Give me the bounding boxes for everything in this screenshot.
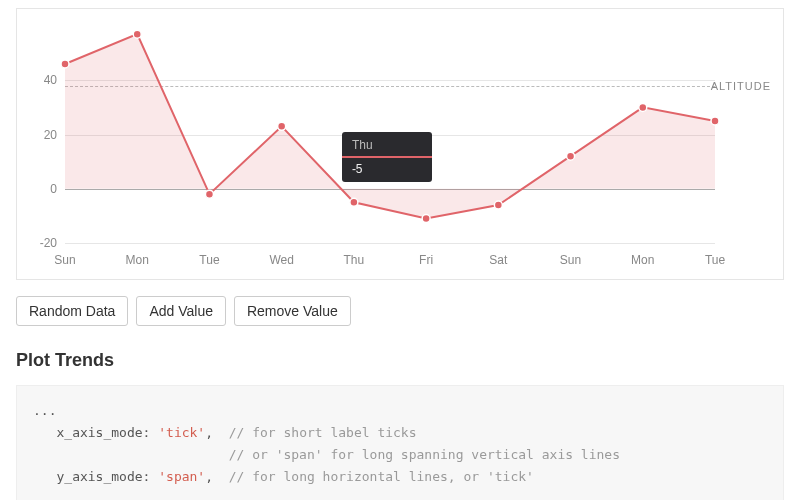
- code-block: ... x_axis_mode: 'tick', // for short la…: [16, 385, 784, 500]
- x-axis-tick: Wed: [269, 253, 293, 267]
- code-key: x_axis_mode:: [56, 425, 150, 440]
- x-axis-tick: Sun: [560, 253, 581, 267]
- marker-label: ALTITUDE: [711, 80, 771, 92]
- data-point[interactable]: [278, 122, 286, 130]
- data-point[interactable]: [350, 198, 358, 206]
- series-svg: [65, 26, 715, 243]
- chart-container: -2002040ALTITUDESunMonTueWedThuFriSatSun…: [16, 8, 784, 280]
- section-title: Plot Trends: [16, 350, 784, 371]
- y-axis-tick: -20: [21, 236, 57, 250]
- x-axis-tick: Tue: [705, 253, 725, 267]
- data-point[interactable]: [711, 117, 719, 125]
- random-data-button[interactable]: Random Data: [16, 296, 128, 326]
- data-point[interactable]: [494, 201, 502, 209]
- x-axis-tick: Sun: [54, 253, 75, 267]
- code-ellipsis: ...: [33, 403, 56, 418]
- code-string: 'span': [158, 469, 205, 484]
- data-point[interactable]: [133, 30, 141, 38]
- gridline: [65, 243, 715, 244]
- code-key: y_axis_mode:: [56, 469, 150, 484]
- line-chart: -2002040ALTITUDESunMonTueWedThuFriSatSun…: [25, 21, 775, 271]
- y-axis-tick: 40: [21, 73, 57, 87]
- data-point[interactable]: [567, 152, 575, 160]
- plot-area: -2002040ALTITUDESunMonTueWedThuFriSatSun…: [65, 26, 715, 243]
- x-axis-tick: Mon: [631, 253, 654, 267]
- x-axis-tick: Mon: [126, 253, 149, 267]
- y-axis-tick: 0: [21, 182, 57, 196]
- add-value-button[interactable]: Add Value: [136, 296, 226, 326]
- x-axis-tick: Tue: [199, 253, 219, 267]
- data-point[interactable]: [61, 60, 69, 68]
- data-point[interactable]: [639, 103, 647, 111]
- code-comment: // for long horizontal lines, or 'tick': [229, 469, 534, 484]
- remove-value-button[interactable]: Remove Value: [234, 296, 351, 326]
- x-axis-tick: Fri: [419, 253, 433, 267]
- code-comment: // or 'span' for long spanning vertical …: [229, 447, 620, 462]
- data-point[interactable]: [422, 215, 430, 223]
- y-axis-tick: 20: [21, 128, 57, 142]
- code-string: 'tick': [158, 425, 205, 440]
- code-comment: // for short label ticks: [229, 425, 417, 440]
- x-axis-tick: Sat: [489, 253, 507, 267]
- data-point[interactable]: [205, 190, 213, 198]
- button-row: Random Data Add Value Remove Value: [16, 296, 784, 326]
- x-axis-tick: Thu: [344, 253, 365, 267]
